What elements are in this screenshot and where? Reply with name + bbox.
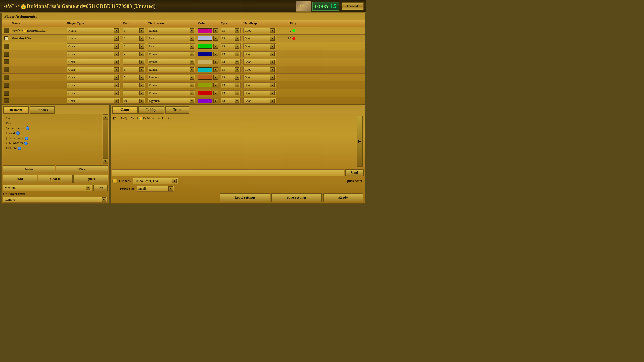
type-dropdown-arrow[interactable]: ▼	[114, 28, 119, 33]
epoch-select[interactable]: 13▼	[221, 82, 241, 88]
list-item[interactable]: Coo1	[5, 116, 101, 121]
civ-dropdown-arrow[interactable]: ▼	[190, 99, 194, 103]
epoch-dropdown-arrow[interactable]: ▼	[235, 28, 239, 33]
epoch-dropdown-arrow[interactable]: ▼	[235, 44, 239, 49]
civ-dropdown-arrow[interactable]: ▼	[190, 36, 194, 41]
handicap-dropdown-arrow[interactable]: ▼	[270, 28, 275, 33]
team-dropdown-arrow[interactable]: ▼	[139, 44, 144, 49]
handicap-dropdown-arrow[interactable]: ▼	[270, 36, 275, 41]
civ-select[interactable]: Roman▼	[148, 28, 195, 33]
team-select[interactable]: 4▼	[123, 51, 145, 57]
team-dropdown-arrow[interactable]: ▼	[139, 75, 144, 80]
handicap-select[interactable]: Good▼	[243, 75, 276, 80]
type-dropdown-arrow[interactable]: ▼	[114, 44, 119, 49]
list-item[interactable]: LilRichi	[5, 146, 101, 151]
team-select[interactable]: 2▼	[123, 36, 145, 41]
epoch-dropdown-arrow[interactable]: ▼	[235, 99, 239, 103]
tab-game[interactable]: Game	[112, 106, 138, 114]
team-select[interactable]: 9▼	[123, 90, 145, 96]
kick-button[interactable]: Kick	[56, 165, 108, 173]
team-dropdown-arrow[interactable]: ▼	[139, 60, 144, 64]
team-select[interactable]: 10▼	[123, 98, 145, 104]
color-dropdown-arrow[interactable]: ▼	[213, 99, 218, 103]
type-dropdown-arrow[interactable]: ▼	[114, 67, 119, 72]
team-dropdown-arrow[interactable]: ▼	[139, 67, 144, 72]
handicap-dropdown-arrow[interactable]: ▼	[270, 75, 275, 80]
epoch-select[interactable]: 13▼	[221, 90, 241, 96]
handicap-select[interactable]: Good▼	[243, 28, 276, 33]
handicap-dropdown-arrow[interactable]: ▼	[270, 91, 275, 95]
player-type-select[interactable]: Open▼	[67, 51, 120, 57]
scroll-up-button[interactable]: ▲	[103, 114, 108, 120]
civ-select[interactable]: Roman▼	[148, 51, 195, 57]
chat-scrollbar[interactable]: ▶	[357, 116, 363, 167]
handicap-dropdown-arrow[interactable]: ▼	[270, 52, 275, 56]
epoch-dropdown-arrow[interactable]: ▼	[235, 67, 239, 72]
color-dropdown-arrow[interactable]: ▼	[213, 91, 218, 95]
type-dropdown-arrow[interactable]: ▼	[114, 99, 119, 103]
handicap-select[interactable]: Good▼	[243, 43, 276, 49]
player-type-select[interactable]: Open▼	[67, 67, 120, 72]
handicap-select[interactable]: Good▼	[243, 98, 276, 104]
epoch-dropdown-arrow[interactable]: ▼	[235, 52, 239, 56]
add-button[interactable]: Add	[3, 175, 37, 183]
type-dropdown-arrow[interactable]: ▼	[114, 60, 119, 64]
color-dropdown-arrow[interactable]: ▼	[213, 75, 218, 80]
type-dropdown-arrow[interactable]: ▼	[114, 75, 119, 80]
color-dropdown-arrow[interactable]: ▼	[213, 36, 218, 41]
chat-input[interactable]	[112, 169, 344, 176]
civ-dropdown-arrow[interactable]: ▼	[190, 52, 194, 56]
list-item[interactable]: julianyoreana	[5, 136, 101, 141]
citizens-select[interactable]: 10 (no Scout, 1.5) ▼	[133, 178, 178, 184]
handicap-select[interactable]: Good▼	[243, 67, 276, 72]
handicap-select[interactable]: Good▼	[243, 90, 276, 96]
team-dropdown-arrow[interactable]: ▼	[139, 36, 144, 41]
color-dropdown-arrow[interactable]: ▼	[213, 52, 218, 56]
civ-select[interactable]: Roman▼	[148, 82, 195, 88]
handicap-dropdown-arrow[interactable]: ▼	[270, 67, 275, 72]
ready-button[interactable]: Ready	[323, 193, 363, 202]
color-dropdown-arrow[interactable]: ▼	[213, 28, 218, 33]
player-type-select[interactable]: Open▼	[67, 98, 120, 104]
team-select[interactable]: 1▼	[123, 28, 145, 33]
civ-select[interactable]: Egyptian▼	[148, 98, 195, 104]
load-settings-button[interactable]: Load Settings	[220, 193, 270, 202]
force-size-dropdown-arrow[interactable]: ▼	[168, 186, 173, 191]
tab-lobby[interactable]: Lobby	[138, 106, 164, 114]
handicap-dropdown-arrow[interactable]: ▼	[270, 60, 275, 64]
team-select[interactable]: 6▼	[123, 67, 145, 72]
civ-dropdown-arrow[interactable]: ▼	[190, 44, 194, 49]
epoch-select[interactable]: 13▼	[221, 98, 241, 104]
civ-select[interactable]: Inca▼	[148, 43, 195, 49]
scroll-down-button[interactable]: ▼	[103, 158, 108, 164]
team-dropdown-arrow[interactable]: ▼	[139, 99, 144, 103]
epoch-select[interactable]: 13▼	[221, 67, 241, 72]
color-dropdown-arrow[interactable]: ▼	[213, 67, 218, 72]
cancel-button[interactable]: Cancel	[342, 2, 364, 10]
tab-buddies[interactable]: Buddies	[30, 106, 55, 114]
player-type-select[interactable]: Open▼	[67, 43, 120, 49]
medium-select[interactable]: Medium ▼	[3, 185, 92, 191]
handicap-dropdown-arrow[interactable]: ▼	[270, 44, 275, 49]
civ-select[interactable]: Roman▼	[148, 59, 195, 65]
force-size-select[interactable]: Small ▼	[137, 186, 174, 192]
civ-dropdown-arrow[interactable]: ▼	[190, 91, 194, 95]
handicap-dropdown-arrow[interactable]: ▼	[270, 99, 275, 103]
team-dropdown-arrow[interactable]: ▼	[139, 91, 144, 95]
handicap-select[interactable]: Good▼	[243, 59, 276, 65]
color-dropdown-arrow[interactable]: ▼	[213, 60, 218, 64]
list-item[interactable]: GenialnyŻółw	[5, 126, 101, 131]
civ-dropdown-arrow[interactable]: ▼	[190, 75, 194, 80]
epoch-select[interactable]: 13▼	[221, 75, 241, 80]
epoch-select[interactable]: 13▼	[221, 36, 241, 41]
color-dropdown-arrow[interactable]: ▼	[213, 44, 218, 49]
epoch-dropdown-arrow[interactable]: ▼	[235, 60, 239, 64]
handicap-dropdown-arrow[interactable]: ▼	[270, 83, 275, 87]
color-dropdown-arrow[interactable]: ▼	[213, 83, 218, 87]
player-type-select[interactable]: Human▼	[67, 28, 120, 33]
team-select[interactable]: 3▼	[123, 43, 145, 49]
invite-button[interactable]: Invite	[3, 165, 55, 173]
team-select[interactable]: 8▼	[123, 82, 145, 88]
exit-select[interactable]: Remove ▼	[3, 197, 108, 203]
row-checkbox[interactable]: ✓	[4, 36, 8, 40]
